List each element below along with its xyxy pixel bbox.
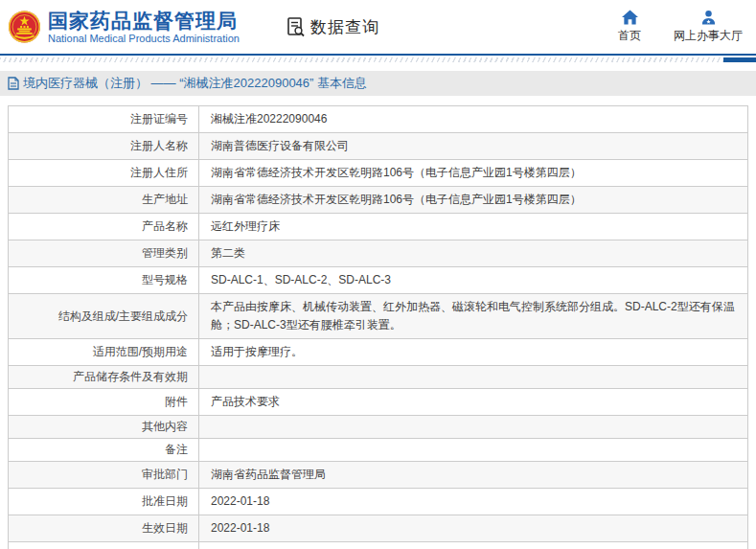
row-value: 湖南省药品监督管理局 (199, 462, 747, 488)
row-value: 第二类 (199, 240, 747, 266)
row-label: 注册证编号 (9, 106, 199, 132)
table-row-production-address: 生产地址 湖南省常德经济技术开发区乾明路106号（电子信息产业园1号楼第四层） (9, 187, 747, 214)
row-label: 结构及组成/主要组成成分 (9, 294, 199, 338)
row-label: 其他内容 (9, 416, 199, 438)
table-row-remarks: 备注 (9, 439, 747, 462)
org-name-en: National Medical Products Administration (48, 33, 240, 45)
row-label: 适用范围/预期用途 (9, 339, 199, 365)
row-label: 生效日期 (9, 515, 199, 541)
row-label: 产品储存条件及有效期 (9, 366, 199, 388)
row-label: 注册人名称 (9, 133, 199, 159)
row-label: 批准日期 (9, 489, 199, 515)
row-label: 型号规格 (9, 267, 199, 293)
home-icon (622, 10, 638, 25)
breadcrumb-bar: 境内医疗器械（注册） —— “湘械注准20222090046” 基本信息 (0, 71, 756, 96)
striped-divider (0, 57, 756, 62)
row-value: 湖南普德医疗设备有限公司 (199, 133, 747, 159)
row-label: 产品名称 (9, 214, 199, 240)
row-value: 2027-01-17 (199, 542, 747, 549)
row-value: 2022-01-18 (199, 515, 747, 541)
row-value: 2022-01-18 (199, 489, 747, 515)
table-row-registrant-name: 注册人名称 湖南普德医疗设备有限公司 (9, 133, 747, 160)
table-row-effective-date: 生效日期 2022-01-18 (9, 515, 747, 542)
table-row-structure-composition: 结构及组成/主要组成成分 本产品由按摩床、机械传动装置、红外加热器、磁滚轮和电气… (9, 294, 747, 339)
nav-home[interactable]: 首页 (618, 10, 641, 44)
table-row-expiry-date: 有效期至 2027-01-17 (9, 542, 747, 549)
row-value: 适用于按摩理疗。 (199, 339, 747, 365)
data-query-label: 数据查询 (310, 16, 379, 38)
row-label: 管理类别 (9, 240, 199, 266)
row-value (199, 439, 747, 461)
national-emblem-logo (8, 10, 41, 44)
table-row-storage-conditions: 产品储存条件及有效期 (9, 366, 747, 389)
row-value (199, 416, 747, 438)
logo-group: 国家药品监督管理局 National Medical Products Admi… (8, 10, 240, 45)
table-row-other-content: 其他内容 (9, 416, 747, 439)
table-row-intended-use: 适用范围/预期用途 适用于按摩理疗。 (9, 339, 747, 366)
row-value: SD-ALC-1、SD-ALC-2、SD-ALC-3 (199, 267, 747, 293)
org-name-zh: 国家药品监督管理局 (48, 10, 240, 33)
table-row-management-category: 管理类别 第二类 (9, 240, 747, 267)
row-value: 湘械注准20222090046 (199, 106, 747, 132)
table-row-registrant-address: 注册人住所 湖南省常德经济技术开发区乾明路106号（电子信息产业园1号楼第四层） (9, 160, 747, 187)
nav-online-hall-label: 网上办事大厅 (674, 28, 743, 44)
table-row-attachment: 附件 产品技术要求 (9, 389, 747, 416)
person-icon (700, 10, 717, 25)
row-label: 生产地址 (9, 187, 199, 213)
nav-online-hall[interactable]: 网上办事大厅 (674, 10, 743, 44)
document-search-icon (286, 16, 307, 37)
table-row-approval-department: 审批部门 湖南省药品监督管理局 (9, 462, 747, 489)
divider-end-block (723, 57, 756, 62)
registration-detail-table: 注册证编号 湘械注准20222090046 注册人名称 湖南普德医疗设备有限公司… (8, 105, 748, 549)
row-value: 湖南省常德经济技术开发区乾明路106号（电子信息产业园1号楼第四层） (199, 160, 747, 186)
org-names: 国家药品监督管理局 National Medical Products Admi… (48, 10, 240, 45)
row-value: 产品技术要求 (199, 389, 747, 415)
table-row-model-spec: 型号规格 SD-ALC-1、SD-ALC-2、SD-ALC-3 (9, 267, 747, 294)
row-value: 湖南省常德经济技术开发区乾明路106号（电子信息产业园1号楼第四层） (199, 187, 747, 213)
row-value: 本产品由按摩床、机械传动装置、红外加热器、磁滚轮和电气控制系统部分组成。SD-A… (199, 294, 747, 338)
row-value: 远红外理疗床 (199, 214, 747, 240)
row-label: 备注 (9, 439, 199, 461)
table-row-approval-date: 批准日期 2022-01-18 (9, 489, 747, 515)
row-value (199, 366, 747, 388)
document-icon (8, 77, 19, 90)
row-label: 审批部门 (9, 462, 199, 488)
row-label: 注册人住所 (9, 160, 199, 186)
row-label: 附件 (9, 389, 199, 415)
table-row-product-name: 产品名称 远红外理疗床 (9, 214, 747, 240)
data-query-title: 数据查询 (286, 16, 379, 38)
row-label: 有效期至 (9, 542, 199, 549)
site-header: 国家药品监督管理局 National Medical Products Admi… (0, 0, 756, 56)
breadcrumb-text: 境内医疗器械（注册） —— “湘械注准20222090046” 基本信息 (23, 75, 367, 92)
nav-home-label: 首页 (618, 28, 641, 44)
table-row-registration-no: 注册证编号 湘械注准20222090046 (9, 106, 747, 133)
